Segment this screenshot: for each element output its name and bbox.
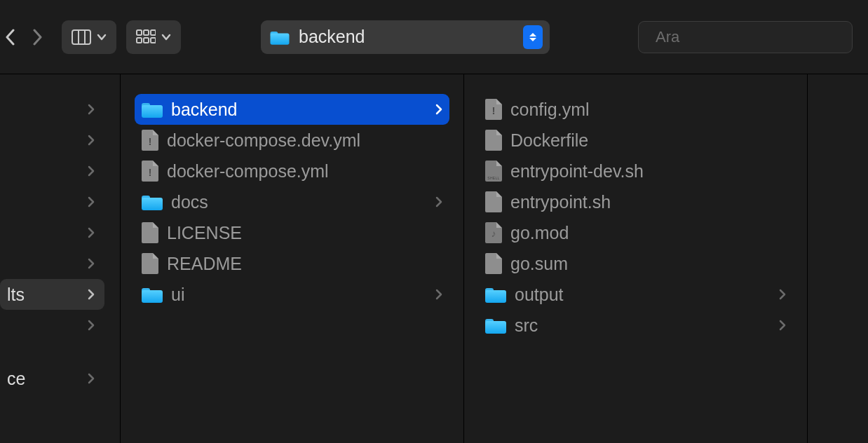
item-label: docker-compose.dev.yml [167,130,360,151]
list-item[interactable]: ce [0,363,104,394]
list-item-config.yml[interactable]: config.yml [478,94,793,125]
list-item-ui[interactable]: ui [135,279,449,310]
list-item-backend[interactable]: backend [135,94,449,125]
nav-buttons [0,23,52,51]
toolbar: backend [0,0,868,74]
list-item[interactable] [0,156,104,186]
svg-rect-4 [144,30,149,35]
folder-icon [485,317,506,334]
svg-rect-8 [151,38,156,43]
list-item[interactable] [0,217,104,248]
chevron-right-icon [779,320,786,331]
chevron-right-icon [88,104,95,115]
chevron-right-icon [88,320,95,331]
chevron-right-icon [435,104,442,115]
file-icon [485,253,502,274]
grid-group-icon [136,29,156,45]
file-alert-icon [142,130,158,151]
svg-rect-0 [72,30,90,44]
chevron-right-icon [88,258,95,269]
column-1: backenddocker-compose.dev.ymldocker-comp… [121,74,464,443]
folder-icon [142,286,163,303]
file-alert-icon [142,161,158,182]
chevron-right-icon [88,165,95,177]
search-input[interactable] [656,28,848,46]
chevron-right-icon [88,135,95,146]
item-label: ui [171,285,184,305]
file-icon [485,130,502,151]
list-item-docs[interactable]: docs [135,186,449,217]
item-label: ce [7,369,79,389]
item-label: go.sum [510,254,568,274]
item-label: entrypoint-dev.sh [510,161,644,182]
chevron-right-icon [88,196,95,207]
list-item[interactable] [0,310,104,341]
list-item[interactable] [0,125,104,156]
chevron-right-icon [435,289,442,300]
group-by-button[interactable] [126,20,181,54]
folder-icon [142,101,163,118]
search-box[interactable] [638,21,853,53]
list-item-src[interactable]: src [478,310,793,341]
list-item[interactable]: lts [0,279,104,310]
list-item[interactable] [0,248,104,279]
list-item-go.mod[interactable]: go.mod [478,217,793,248]
column-browser: ltsce backenddocker-compose.dev.ymldocke… [0,74,868,443]
svg-rect-3 [137,30,142,35]
column-2: config.ymlDockerfileentrypoint-dev.shent… [464,74,808,443]
nav-back-button[interactable] [0,23,24,51]
list-item-entrypoint.sh[interactable]: entrypoint.sh [478,186,793,217]
item-label: README [167,254,242,274]
chevron-left-icon [5,29,15,46]
chevron-right-icon [88,227,95,238]
chevron-right-icon [33,29,43,46]
item-label: entrypoint.sh [510,192,611,212]
item-label: Dockerfile [510,130,588,151]
folder-icon [271,29,290,45]
list-item-docker-compose.dev.yml[interactable]: docker-compose.dev.yml [135,125,449,156]
list-item-go.sum[interactable]: go.sum [478,248,793,279]
item-label: go.mod [510,223,569,243]
file-icon [485,191,502,212]
svg-rect-6 [137,38,142,43]
svg-rect-7 [144,38,149,43]
view-mode-button[interactable] [62,20,116,54]
audio-file-icon [485,222,502,243]
item-label: docs [171,192,208,212]
chevron-right-icon [88,373,95,384]
nav-forward-button[interactable] [24,23,52,51]
column-3 [808,74,868,443]
shell-file-icon [485,161,502,182]
file-icon [142,222,158,243]
chevron-right-icon [435,196,442,207]
item-label: output [515,285,564,305]
item-label: LICENSE [167,223,242,243]
chevron-right-icon [88,289,95,300]
list-item[interactable] [0,186,104,217]
list-item-docker-compose.yml[interactable]: docker-compose.yml [135,156,449,186]
list-item-LICENSE[interactable]: LICENSE [135,217,449,248]
file-icon [142,253,158,274]
folder-icon [485,286,506,303]
folder-icon [142,193,163,210]
chevron-right-icon [779,289,786,300]
file-alert-icon [485,99,502,120]
svg-rect-5 [151,30,156,35]
chevron-down-icon [161,34,171,41]
column-0: ltsce [0,74,121,443]
chevron-down-icon [97,34,107,41]
item-label: backend [171,100,238,120]
path-stepper-icon [523,25,543,49]
item-label: lts [7,285,79,305]
item-label: src [515,315,538,336]
list-item-output[interactable]: output [478,279,793,310]
columns-view-icon [72,29,91,45]
path-dropdown[interactable]: backend [261,20,550,54]
list-item-README[interactable]: README [135,248,449,279]
item-label: docker-compose.yml [167,161,329,182]
list-item[interactable] [0,94,104,125]
item-label: config.yml [510,100,590,120]
list-item-entrypoint-dev.sh[interactable]: entrypoint-dev.sh [478,156,793,186]
path-label: backend [299,27,515,47]
list-item-Dockerfile[interactable]: Dockerfile [478,125,793,156]
